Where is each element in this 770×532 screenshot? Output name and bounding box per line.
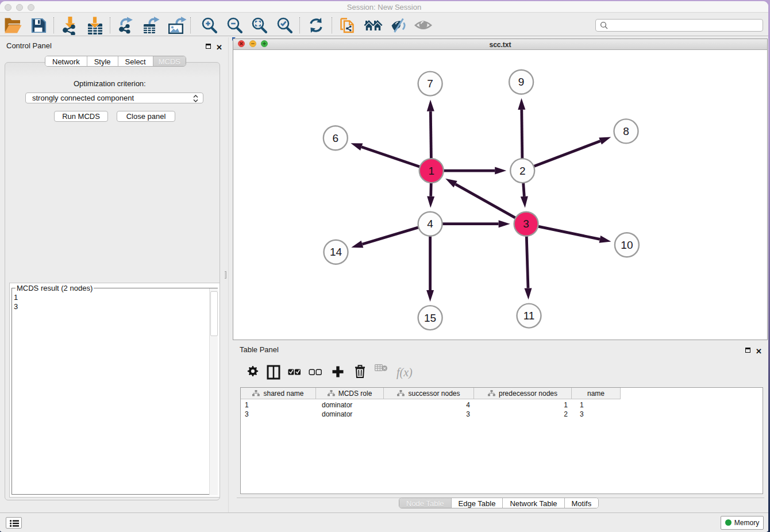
- svg-text:9: 9: [518, 76, 525, 88]
- svg-text:14: 14: [330, 246, 342, 258]
- svg-text:3: 3: [523, 218, 529, 230]
- svg-text:15: 15: [424, 312, 436, 324]
- svg-text:4: 4: [427, 218, 433, 230]
- svg-text:1: 1: [428, 165, 434, 177]
- svg-text:2: 2: [519, 165, 526, 177]
- svg-text:6: 6: [333, 132, 339, 144]
- svg-text:7: 7: [427, 78, 433, 90]
- svg-text:8: 8: [623, 125, 629, 137]
- svg-text:10: 10: [621, 239, 633, 251]
- svg-text:11: 11: [523, 310, 535, 322]
